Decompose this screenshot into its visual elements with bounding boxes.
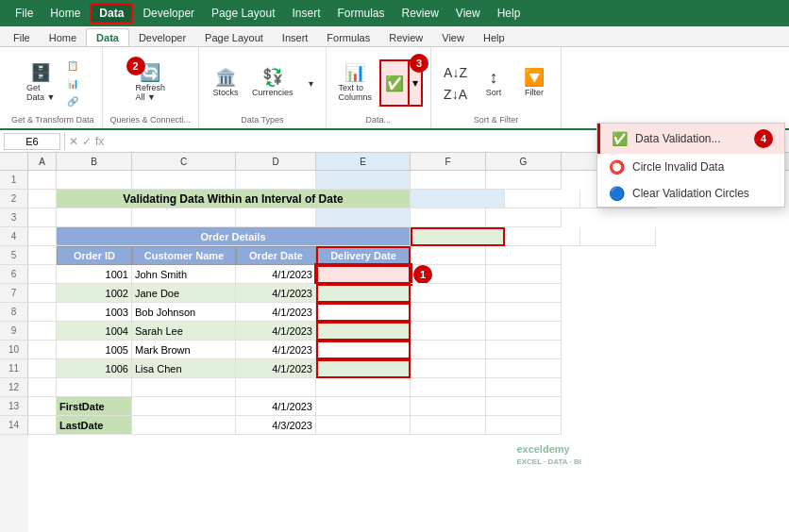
menu-data[interactable]: Data <box>90 3 133 24</box>
cell-D1[interactable] <box>236 171 316 190</box>
menu-view[interactable]: View <box>448 5 488 22</box>
insert-function-icon[interactable]: fx <box>95 135 104 148</box>
cell-F14[interactable] <box>411 416 486 435</box>
cell-G5[interactable] <box>486 246 562 265</box>
cell-F4[interactable] <box>505 227 580 246</box>
cell-E12[interactable] <box>316 378 411 397</box>
cell-C6[interactable]: John Smith <box>132 265 236 284</box>
cell-C13[interactable] <box>132 397 236 416</box>
cell-D8[interactable]: 4/1/2023 <box>236 303 316 322</box>
cell-A2[interactable] <box>28 190 57 208</box>
cell-G3[interactable] <box>486 208 562 227</box>
tab-home[interactable]: Home <box>40 29 86 46</box>
cell-D9[interactable]: 4/1/2023 <box>236 322 316 341</box>
cell-E6[interactable] <box>316 265 411 284</box>
col-header-D[interactable]: D <box>236 153 316 170</box>
col-header-F[interactable]: F <box>411 153 486 170</box>
cell-C10[interactable]: Mark Brown <box>132 341 236 359</box>
cell-A6[interactable] <box>28 265 57 284</box>
filter-button[interactable]: 🔽 Filter <box>515 66 553 100</box>
cell-G13[interactable] <box>486 397 562 416</box>
menu-pagelayout[interactable]: Page Layout <box>204 5 282 22</box>
dropdown-item-clear-circles[interactable]: 🔵 Clear Validation Circles <box>597 180 784 207</box>
currencies-button[interactable]: 💱 Currencies <box>247 66 298 100</box>
cell-A8[interactable] <box>28 303 57 322</box>
cell-G4[interactable] <box>580 227 656 246</box>
cell-B11[interactable]: 1006 <box>57 359 132 378</box>
cancel-formula-icon[interactable]: ✕ <box>69 135 78 148</box>
cell-E9[interactable] <box>316 322 411 341</box>
cell-F12[interactable] <box>411 378 486 397</box>
cell-E4[interactable] <box>411 227 505 246</box>
cell-F8[interactable] <box>411 303 486 322</box>
menu-insert[interactable]: Insert <box>284 5 327 22</box>
cell-B9[interactable]: 1004 <box>57 322 132 341</box>
col-header-E[interactable]: E <box>316 153 411 170</box>
cell-E5[interactable]: Delivery Date <box>316 246 411 265</box>
cell-D3[interactable] <box>236 208 316 227</box>
cell-E13[interactable] <box>316 397 411 416</box>
cell-G10[interactable] <box>486 341 562 359</box>
cell-B1[interactable] <box>57 171 132 190</box>
cell-D13[interactable]: 4/1/2023 <box>236 397 316 416</box>
cell-F6[interactable]: 1 <box>411 265 486 284</box>
cell-B3[interactable] <box>57 208 132 227</box>
sort-button[interactable]: ↕️ Sort <box>475 66 512 100</box>
col-header-C[interactable]: C <box>132 153 236 170</box>
cell-reference-input[interactable] <box>4 133 60 150</box>
menu-review[interactable]: Review <box>394 5 446 22</box>
get-data-button[interactable]: 🗄️ GetData ▼ <box>22 61 59 105</box>
tab-pagelayout[interactable]: Page Layout <box>195 29 273 46</box>
cell-F10[interactable] <box>411 341 486 359</box>
cell-E8[interactable] <box>316 303 411 322</box>
cell-A5[interactable] <box>28 246 57 265</box>
cell-D12[interactable] <box>236 378 316 397</box>
cell-A9[interactable] <box>28 322 57 341</box>
cell-G12[interactable] <box>486 378 562 397</box>
tab-developer[interactable]: Developer <box>129 29 195 46</box>
menu-developer[interactable]: Developer <box>135 5 202 22</box>
cell-E7[interactable] <box>316 284 411 303</box>
cell-D10[interactable]: 4/1/2023 <box>236 341 316 359</box>
cell-F3[interactable] <box>411 208 486 227</box>
cell-D5[interactable]: Order Date <box>236 246 316 265</box>
cell-E11[interactable] <box>316 359 411 378</box>
cell-A13[interactable] <box>28 397 57 416</box>
cell-A4[interactable] <box>28 227 57 246</box>
cell-G6[interactable] <box>486 265 562 284</box>
tab-review[interactable]: Review <box>379 29 432 46</box>
refresh-all-button[interactable]: 🔄 RefreshAll ▼ 2 <box>131 61 171 105</box>
cell-F5[interactable] <box>411 246 486 265</box>
cell-G8[interactable] <box>486 303 562 322</box>
confirm-formula-icon[interactable]: ✓ <box>82 135 92 148</box>
cell-B7[interactable]: 1002 <box>57 284 132 303</box>
text-to-columns-button[interactable]: 📊 Text toColumns <box>334 61 378 105</box>
cell-A12[interactable] <box>28 378 57 397</box>
cell-D6[interactable]: 4/1/2023 <box>236 265 316 284</box>
cell-D14[interactable]: 4/3/2023 <box>236 416 316 435</box>
cell-G14[interactable] <box>486 416 562 435</box>
menu-help[interactable]: Help <box>490 5 529 22</box>
data-validation-icon-btn[interactable]: ✅ <box>379 59 410 107</box>
cell-E1[interactable] <box>316 171 411 190</box>
cell-A11[interactable] <box>28 359 57 378</box>
cell-A10[interactable] <box>28 341 57 359</box>
cell-E3[interactable] <box>316 208 411 227</box>
col-header-B[interactable]: B <box>57 153 132 170</box>
cell-E14[interactable] <box>316 416 411 435</box>
tab-formulas[interactable]: Formulas <box>317 29 379 46</box>
menu-home[interactable]: Home <box>42 5 88 22</box>
col-header-A[interactable]: A <box>28 153 57 170</box>
cell-D7[interactable]: 4/1/2023 <box>236 284 316 303</box>
cell-C8[interactable]: Bob Johnson <box>132 303 236 322</box>
col-header-G[interactable]: G <box>486 153 562 170</box>
cell-C5[interactable]: Customer Name <box>132 246 236 265</box>
cell-C12[interactable] <box>132 378 236 397</box>
cell-F13[interactable] <box>411 397 486 416</box>
tab-data[interactable]: Data <box>86 28 129 46</box>
sort-az-button[interactable]: A↓Z <box>439 62 472 83</box>
cell-G9[interactable] <box>486 322 562 341</box>
cell-C11[interactable]: Lisa Chen <box>132 359 236 378</box>
cell-B4-header[interactable]: Order Details <box>57 227 411 246</box>
ribbon-small-btn2[interactable]: 📊 <box>62 75 83 91</box>
